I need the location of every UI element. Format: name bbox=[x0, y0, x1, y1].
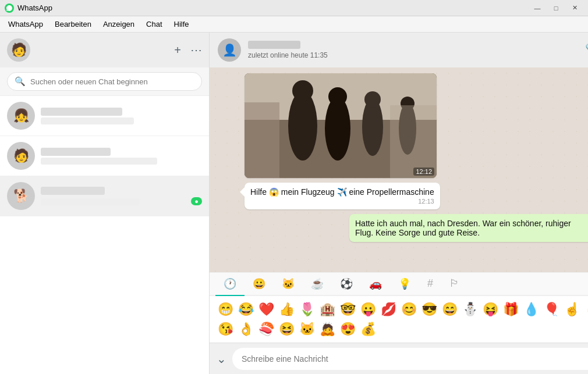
emoji-kiss[interactable]: 😘 bbox=[217, 320, 235, 338]
emoji-laughing[interactable]: 😆 bbox=[278, 320, 296, 338]
emoji-cat[interactable]: 🐱 bbox=[298, 320, 316, 338]
emoji-tab-travel[interactable]: 🚗 bbox=[361, 273, 390, 296]
emoji-tongue[interactable]: 😛 bbox=[359, 301, 377, 318]
message-image-bubble: 12:12 bbox=[245, 73, 437, 178]
menu-hilfe[interactable]: Hilfe bbox=[168, 19, 195, 30]
chat-preview bbox=[41, 198, 140, 205]
app-icon bbox=[5, 3, 14, 13]
list-item[interactable]: 🧑 bbox=[0, 136, 209, 176]
chat-area: 👤 zuletzt online heute 11:35 📎 ⋯ bbox=[210, 33, 588, 374]
search-input[interactable] bbox=[30, 77, 194, 86]
message-image: 12:12 bbox=[245, 73, 437, 178]
contact-avatar[interactable]: 👤 bbox=[218, 38, 241, 62]
sidebar-header: 🧑 + ⋯ bbox=[0, 33, 209, 67]
chat-input-area: ⌄ 🎤 bbox=[210, 343, 588, 374]
menu-anzeigen[interactable]: Anzeigen bbox=[97, 19, 140, 30]
emoji-sushi[interactable]: 🍣 bbox=[257, 320, 275, 338]
minimize-button[interactable]: — bbox=[529, 2, 546, 14]
emoji-squint[interactable]: 😝 bbox=[481, 301, 500, 318]
maximize-button[interactable]: □ bbox=[547, 2, 565, 14]
chat-header-info: zuletzt online heute 11:35 bbox=[248, 41, 578, 59]
emoji-grinning[interactable]: 😁 bbox=[217, 301, 235, 318]
message-bubble-received: Hilfe 😱 mein Flugzeug ✈️ eine Propellerm… bbox=[245, 183, 440, 209]
emoji-moneybag[interactable]: 💰 bbox=[359, 320, 377, 338]
attachment-icon[interactable]: 📎 bbox=[585, 43, 588, 57]
contact-status: zuletzt online heute 11:35 bbox=[248, 51, 578, 59]
chat-name-row bbox=[41, 108, 202, 116]
emoji-grid: 😁 😂 ❤️ 👍 🌷 🏨 🤓 😛 💋 😊 😎 😄 ⛄ 😝 🎁 💧 🎈 ☝️ bbox=[210, 296, 588, 343]
emoji-snowman[interactable]: ⛄ bbox=[461, 301, 479, 318]
emoji-pointup[interactable]: ☝️ bbox=[563, 301, 581, 318]
emoji-tabs: 🕐 😀 🐱 ☕ ⚽ 🚗 💡 # 🏳 bbox=[210, 273, 588, 296]
chat-name bbox=[41, 148, 111, 156]
contact-name bbox=[248, 41, 300, 49]
new-chat-icon[interactable]: + bbox=[174, 44, 181, 57]
chat-header: 👤 zuletzt online heute 11:35 📎 ⋯ bbox=[210, 33, 588, 67]
avatar: 🧑 bbox=[7, 142, 35, 170]
collapse-emoji-button[interactable]: ⌄ bbox=[217, 352, 226, 366]
emoji-ok-hand[interactable]: 👌 bbox=[237, 320, 255, 338]
unread-badge: ● bbox=[191, 197, 202, 205]
emoji-tab-flags[interactable]: 🏳 bbox=[441, 273, 468, 296]
emoji-tab-food[interactable]: ☕ bbox=[303, 273, 332, 296]
emoji-grin[interactable]: 😄 bbox=[441, 301, 459, 318]
svg-point-8 bbox=[364, 91, 381, 108]
emoji-picker: 🕐 😀 🐱 ☕ ⚽ 🚗 💡 # 🏳 😁 😂 ❤️ 👍 🌷 🏨 🤓 😛 bbox=[210, 272, 588, 343]
svg-point-6 bbox=[328, 87, 347, 106]
search-bar: 🔍 bbox=[0, 67, 209, 96]
emoji-heart-eyes[interactable]: 😍 bbox=[339, 320, 357, 338]
menu-bearbeiten[interactable]: Bearbeiten bbox=[49, 19, 97, 30]
emoji-joy[interactable]: 😂 bbox=[237, 301, 255, 318]
svg-rect-11 bbox=[245, 102, 279, 178]
list-item[interactable]: 👧 bbox=[0, 96, 209, 136]
emoji-thumbsup[interactable]: 👍 bbox=[278, 301, 296, 318]
chat-name bbox=[41, 187, 105, 195]
message-text: Hatte ich auch mal, nach Dresden. War ei… bbox=[355, 219, 571, 237]
chat-info: ● bbox=[41, 187, 202, 205]
chat-name bbox=[41, 108, 122, 116]
app-layout: 🧑 + ⋯ 🔍 👧 bbox=[0, 33, 588, 374]
search-icon: 🔍 bbox=[15, 76, 26, 87]
emoji-building[interactable]: 🏨 bbox=[318, 301, 336, 318]
svg-point-4 bbox=[292, 80, 313, 101]
chat-info bbox=[41, 108, 202, 124]
chat-info bbox=[41, 148, 202, 165]
titlebar-title: WhatsApp bbox=[17, 3, 52, 12]
menu-whatsapp[interactable]: WhatsApp bbox=[2, 19, 49, 30]
emoji-victory[interactable]: ✌️ bbox=[583, 301, 588, 318]
titlebar-controls: — □ ✕ bbox=[529, 2, 583, 14]
emoji-droplet[interactable]: 💧 bbox=[522, 301, 540, 318]
chat-name-row bbox=[41, 187, 202, 195]
chat-preview bbox=[41, 117, 134, 124]
emoji-nerd[interactable]: 🤓 bbox=[339, 301, 357, 318]
message-text: Hilfe 😱 mein Flugzeug ✈️ eine Propellerm… bbox=[250, 187, 434, 197]
more-options-icon[interactable]: ⋯ bbox=[190, 43, 202, 57]
close-button[interactable]: ✕ bbox=[566, 2, 583, 14]
emoji-lips[interactable]: 💋 bbox=[380, 301, 398, 318]
emoji-sunglasses[interactable]: 😎 bbox=[420, 301, 438, 318]
svg-point-5 bbox=[325, 97, 350, 161]
emoji-bow[interactable]: 🙇 bbox=[318, 320, 336, 338]
emoji-tulip[interactable]: 🌷 bbox=[298, 301, 316, 318]
emoji-tab-recent[interactable]: 🕐 bbox=[215, 273, 245, 296]
emoji-heart[interactable]: ❤️ bbox=[257, 301, 275, 318]
messages: 12:12 Hilfe 😱 mein Flugzeug ✈️ eine Prop… bbox=[210, 67, 588, 272]
list-item[interactable]: 🐕 ● bbox=[0, 176, 209, 216]
user-avatar[interactable]: 🧑 bbox=[7, 38, 30, 62]
emoji-tab-animals[interactable]: 🐱 bbox=[274, 273, 303, 296]
menu-chat[interactable]: Chat bbox=[140, 19, 168, 30]
emoji-tab-symbols[interactable]: # bbox=[419, 273, 441, 296]
titlebar: WhatsApp — □ ✕ bbox=[0, 0, 588, 16]
emoji-gift[interactable]: 🎁 bbox=[502, 301, 520, 318]
emoji-smile[interactable]: 😊 bbox=[400, 301, 418, 318]
message-time: 12:13 bbox=[250, 198, 434, 205]
emoji-balloon[interactable]: 🎈 bbox=[543, 301, 561, 318]
emoji-tab-sports[interactable]: ⚽ bbox=[332, 273, 361, 296]
message-input[interactable] bbox=[232, 348, 588, 370]
titlebar-left: WhatsApp bbox=[5, 3, 52, 13]
search-input-wrap: 🔍 bbox=[7, 72, 202, 91]
sidebar: 🧑 + ⋯ 🔍 👧 bbox=[0, 33, 210, 374]
emoji-tab-smileys[interactable]: 😀 bbox=[245, 273, 274, 296]
message-bubble-sent: Hatte ich auch mal, nach Dresden. War ei… bbox=[349, 214, 588, 242]
emoji-tab-objects[interactable]: 💡 bbox=[390, 273, 419, 296]
